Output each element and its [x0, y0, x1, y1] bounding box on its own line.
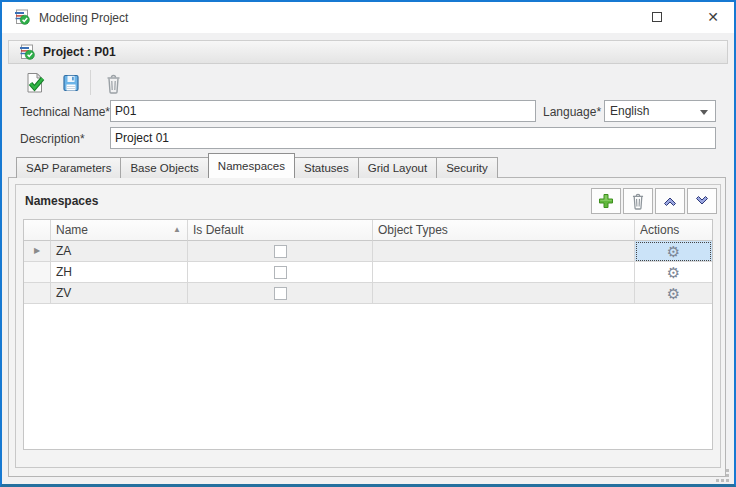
object-types-cell[interactable]	[373, 283, 635, 304]
move-down-button[interactable]	[687, 188, 717, 214]
tab-grid-layout[interactable]: Grid Layout	[358, 157, 437, 178]
save-button[interactable]	[58, 70, 84, 96]
plus-icon	[598, 193, 614, 209]
tab-security[interactable]: Security	[436, 157, 498, 178]
titlebar: Modeling Project ✕	[2, 2, 734, 33]
trash-icon	[104, 73, 123, 94]
column-header-is-default[interactable]: Is Default	[188, 220, 373, 241]
grid-header: Name ▲ Is Default Object Types Actions	[24, 220, 712, 241]
is-default-cell[interactable]	[188, 262, 373, 283]
close-icon: ✕	[707, 10, 719, 24]
tab-strip: SAP Parameters Base Objects Namespaces S…	[16, 153, 497, 178]
actions-cell[interactable]: ⚙	[635, 241, 712, 262]
is-default-cell[interactable]	[188, 241, 373, 262]
gear-icon[interactable]: ⚙	[667, 265, 680, 280]
technical-name-label: Technical Name*	[20, 105, 110, 119]
row-indicator	[24, 262, 51, 283]
tab-statuses[interactable]: Statuses	[294, 157, 359, 178]
toolbar	[8, 66, 728, 98]
validate-icon	[24, 72, 46, 94]
toolbar-separator	[90, 70, 91, 95]
chevron-up-icon	[662, 193, 678, 209]
object-types-cell[interactable]	[373, 262, 635, 283]
actions-cell[interactable]: ⚙	[635, 283, 712, 304]
table-row[interactable]: ▶ ZA ⚙	[24, 241, 712, 262]
app-icon	[14, 9, 30, 28]
close-button[interactable]: ✕	[696, 2, 730, 32]
row-indicator: ▶	[24, 241, 51, 262]
checkbox[interactable]	[274, 266, 287, 279]
move-up-button[interactable]	[655, 188, 685, 214]
tab-page-namespaces: Namespaces	[8, 177, 726, 477]
project-title: Project : P01	[43, 45, 116, 59]
project-header: Project : P01	[8, 40, 728, 64]
dropdown-icon	[700, 110, 708, 115]
gear-icon[interactable]: ⚙	[667, 244, 680, 259]
row-indicator	[24, 283, 51, 304]
column-header-actions[interactable]: Actions	[635, 220, 712, 241]
table-row[interactable]: ZH ⚙	[24, 262, 712, 283]
language-label: Language*	[543, 105, 601, 119]
language-value: English	[610, 104, 649, 118]
language-select[interactable]: English	[604, 100, 716, 122]
delete-button[interactable]	[100, 70, 126, 96]
add-namespace-button[interactable]	[591, 188, 621, 214]
name-cell[interactable]: ZV	[51, 283, 188, 304]
panel-title: Namespaces	[25, 194, 98, 208]
modeling-project-dialog: Modeling Project ✕ Project : P01	[0, 0, 736, 487]
tab-base-objects[interactable]: Base Objects	[120, 157, 208, 178]
project-icon	[19, 44, 35, 60]
column-header-object-types[interactable]: Object Types	[373, 220, 635, 241]
technical-name-input[interactable]	[110, 100, 536, 122]
save-icon	[61, 73, 81, 93]
column-header-name[interactable]: Name ▲	[51, 220, 188, 241]
chevron-down-icon	[694, 193, 710, 209]
actions-cell[interactable]: ⚙	[635, 262, 712, 283]
is-default-cell[interactable]	[188, 283, 373, 304]
name-cell[interactable]: ZH	[51, 262, 188, 283]
description-input[interactable]	[110, 127, 716, 149]
delete-namespace-button[interactable]	[623, 188, 653, 214]
checkbox[interactable]	[274, 287, 287, 300]
maximize-icon	[652, 12, 662, 22]
checkbox[interactable]	[274, 245, 287, 258]
table-row[interactable]: ZV ⚙	[24, 283, 712, 304]
maximize-button[interactable]	[640, 2, 674, 32]
row-indicator-header	[24, 220, 51, 241]
sort-ascending-icon: ▲	[173, 226, 181, 234]
namespaces-grid: Name ▲ Is Default Object Types Actions ▶…	[23, 219, 713, 450]
trash-icon	[630, 192, 646, 210]
namespaces-panel: Namespaces	[15, 184, 721, 468]
object-types-cell[interactable]	[373, 241, 635, 262]
gear-icon[interactable]: ⚙	[667, 286, 680, 301]
window-title: Modeling Project	[39, 11, 128, 25]
panel-buttons	[591, 188, 717, 214]
validate-button[interactable]	[22, 70, 48, 96]
description-label: Description*	[20, 132, 85, 146]
expand-icon[interactable]: ▶	[34, 247, 40, 255]
tab-namespaces[interactable]: Namespaces	[208, 153, 295, 178]
name-cell[interactable]: ZA	[51, 241, 188, 262]
tab-sap-parameters[interactable]: SAP Parameters	[16, 157, 121, 178]
